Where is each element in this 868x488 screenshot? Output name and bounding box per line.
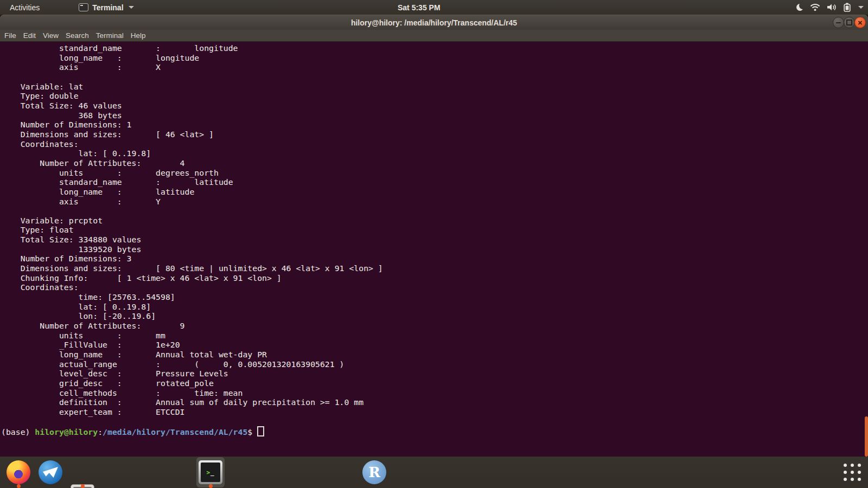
terminal-dock-icon[interactable]: >_: [199, 460, 222, 484]
menu-file[interactable]: File: [4, 31, 16, 40]
running-indicator-files: [81, 484, 85, 488]
menu-edit[interactable]: Edit: [23, 31, 36, 40]
menu-view[interactable]: View: [43, 31, 59, 40]
maximize-button[interactable]: [844, 17, 855, 28]
window-titlebar[interactable]: hilory@hilory: /media/hilory/Transcend/A…: [0, 15, 868, 30]
thunderbird-bird-glyph: [43, 467, 58, 478]
running-indicator-firefox: [17, 484, 21, 488]
prompt-env: (base): [1, 427, 35, 436]
terminal-cursor: [257, 426, 264, 436]
firefox-icon[interactable]: [7, 460, 30, 484]
terminal-mini-icon: [79, 3, 88, 11]
menu-search[interactable]: Search: [66, 31, 89, 40]
clock[interactable]: Sat 5:35 PM: [398, 0, 441, 15]
status-area[interactable]: [796, 0, 864, 15]
thunderbird-icon[interactable]: [39, 460, 62, 484]
prompt-path: /media/hilory/Transcend/AL/r45: [103, 427, 247, 436]
wifi-icon[interactable]: [810, 3, 820, 11]
running-indicator-terminal: [209, 484, 213, 488]
app-menu-label: Terminal: [92, 3, 123, 12]
rstudio-letter: R: [368, 464, 380, 480]
desktop: { "top_bar": { "activities_label": "Acti…: [0, 0, 868, 488]
show-applications-button[interactable]: [844, 464, 861, 481]
terminal-output: standard_name : longitude long_name : lo…: [0, 42, 868, 426]
prompt-user-host: hilory@hilory: [35, 427, 98, 436]
maximize-icon: [846, 20, 852, 25]
chevron-down-icon: [129, 6, 134, 9]
minimize-icon: [836, 22, 841, 23]
battery-icon[interactable]: [844, 3, 851, 12]
activities-button[interactable]: Activities: [7, 3, 43, 12]
terminal-prompt: (base) hilory@hilory:/media/hilory/Trans…: [0, 426, 868, 437]
menu-help[interactable]: Help: [131, 31, 146, 40]
night-light-icon[interactable]: [796, 4, 803, 11]
top-panel: Activities Terminal Sat 5:35 PM: [0, 0, 868, 15]
menubar: File Edit View Search Terminal Help: [0, 30, 868, 42]
minimize-button[interactable]: [833, 17, 844, 28]
dock: A >_ R: [0, 457, 868, 488]
rstudio-icon[interactable]: R: [362, 460, 386, 484]
prompt-separator: :: [98, 427, 103, 436]
system-menu-chevron-icon[interactable]: [858, 6, 864, 9]
window-title: hilory@hilory: /media/hilory/Transcend/A…: [0, 15, 868, 30]
app-menu[interactable]: Terminal: [79, 3, 133, 12]
close-icon: [857, 20, 863, 25]
prompt-symbol: $: [247, 427, 252, 436]
scrollbar-thumb[interactable]: [865, 416, 868, 457]
terminal-content[interactable]: standard_name : longitude long_name : lo…: [0, 42, 868, 457]
close-button[interactable]: [854, 17, 866, 28]
menu-terminal[interactable]: Terminal: [96, 31, 124, 40]
volume-icon[interactable]: [827, 3, 837, 11]
terminal-screen-glyph: >_: [201, 463, 220, 482]
